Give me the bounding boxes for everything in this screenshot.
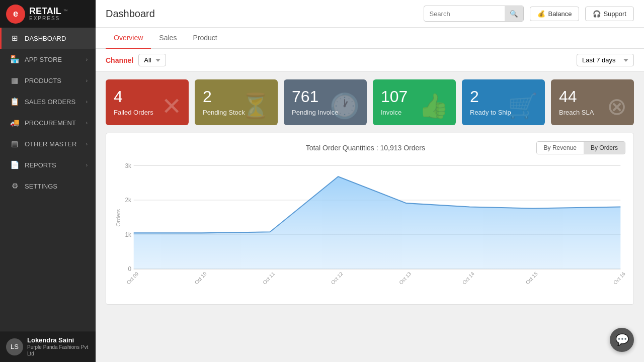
sidebar-item-procurement[interactable]: 🚚 PROCUREMENT › bbox=[0, 112, 96, 133]
user-name: Lokendra Saini bbox=[27, 336, 90, 344]
wallet-icon: 💰 bbox=[537, 10, 545, 18]
chevron-right-icon: › bbox=[86, 78, 88, 83]
topbar: Dashboard 🔍 💰 Balance 🎧 Support bbox=[96, 0, 644, 28]
metric-breach-sla[interactable]: 44 Breach SLA ⊗ bbox=[551, 79, 634, 125]
svg-text:Oct 10: Oct 10 bbox=[194, 270, 208, 286]
date-filter: Last 7 days Last 30 days Last 90 days bbox=[577, 54, 634, 66]
svg-text:Oct 16: Oct 16 bbox=[612, 270, 625, 286]
logo-icon: e bbox=[6, 5, 25, 24]
metric-pending-stock[interactable]: 2 Pending Stock ⏳ bbox=[195, 79, 278, 125]
failed-orders-icon: ✕ bbox=[162, 92, 182, 120]
sidebar-item-reports[interactable]: 📄 REPORTS › bbox=[0, 154, 96, 175]
svg-text:Oct 09: Oct 09 bbox=[126, 270, 140, 286]
metric-invoice[interactable]: 107 Invoice 👍 bbox=[373, 79, 456, 125]
logo-express: EXPRESS bbox=[29, 16, 68, 21]
search-input[interactable] bbox=[424, 10, 505, 18]
chevron-right-icon: › bbox=[86, 99, 88, 105]
sidebar-item-label: SALES ORDERS bbox=[25, 98, 86, 106]
sidebar-item-dashboard[interactable]: ⊞ DASHBOARD bbox=[0, 28, 96, 49]
tab-sales[interactable]: Sales bbox=[151, 28, 185, 49]
svg-text:Oct 13: Oct 13 bbox=[398, 270, 412, 286]
sidebar-item-other-master[interactable]: ▤ OTHER MASTER › bbox=[0, 133, 96, 154]
breach-sla-icon: ⊗ bbox=[607, 92, 627, 120]
tab-overview[interactable]: Overview bbox=[106, 28, 151, 49]
metric-failed-orders[interactable]: 4 Failed Orders ✕ bbox=[106, 79, 189, 125]
search-box: 🔍 bbox=[424, 6, 524, 22]
procurement-icon: 🚚 bbox=[10, 118, 20, 127]
sidebar-item-label: PRODUCTS bbox=[25, 77, 86, 84]
filter-left: Channel All bbox=[106, 54, 166, 66]
channel-label: Channel bbox=[106, 56, 133, 64]
svg-text:Oct 14: Oct 14 bbox=[461, 270, 475, 286]
balance-button[interactable]: 💰 Balance bbox=[530, 7, 579, 21]
chart-section: Total Order Quantities : 10,913 Orders B… bbox=[106, 133, 634, 305]
chevron-right-icon: › bbox=[86, 141, 88, 147]
user-company: Purple Panda Fashions Pvt Ltd bbox=[27, 344, 90, 357]
channel-select[interactable]: All bbox=[138, 54, 166, 66]
user-info: Lokendra Saini Purple Panda Fashions Pvt… bbox=[27, 336, 90, 357]
filter-bar: Channel All Last 7 days Last 30 days Las… bbox=[96, 49, 644, 72]
sales-orders-icon: 📋 bbox=[10, 97, 20, 106]
pending-invoice-icon: 🕐 bbox=[330, 92, 360, 120]
metric-pending-invoice[interactable]: 761 Pending Invoice 🕐 bbox=[284, 79, 367, 125]
dashboard-icon: ⊞ bbox=[10, 34, 20, 43]
settings-icon: ⚙ bbox=[10, 182, 20, 191]
sidebar-item-label: PROCUREMENT bbox=[25, 119, 86, 127]
svg-text:1k: 1k bbox=[125, 231, 132, 238]
by-revenue-button[interactable]: By Revenue bbox=[537, 142, 584, 154]
main-content: Dashboard 🔍 💰 Balance 🎧 Support Overview… bbox=[96, 0, 644, 362]
sidebar-item-app-store[interactable]: 🏪 APP STORE › bbox=[0, 49, 96, 70]
sidebar-item-label: APP STORE bbox=[25, 56, 86, 63]
pending-stock-icon: ⏳ bbox=[240, 92, 271, 120]
by-orders-button[interactable]: By Orders bbox=[584, 142, 625, 154]
chevron-right-icon: › bbox=[86, 162, 88, 168]
sidebar: e RETAIL ™ EXPRESS ⊞ DASHBOARD 🏪 APP STO… bbox=[0, 0, 96, 362]
chat-bubble[interactable]: 💬 bbox=[610, 328, 634, 352]
logo-retail: RETAIL bbox=[29, 7, 61, 16]
sidebar-item-products[interactable]: ▦ PRODUCTS › bbox=[0, 70, 96, 91]
invoice-icon: 👍 bbox=[419, 92, 449, 120]
svg-text:3k: 3k bbox=[125, 162, 132, 169]
chart-area bbox=[134, 176, 621, 269]
metric-ready-to-ship[interactable]: 2 Ready to Ship 🛒 bbox=[462, 79, 545, 125]
headset-icon: 🎧 bbox=[593, 10, 601, 18]
sidebar-item-label: SETTINGS bbox=[25, 183, 88, 190]
svg-text:0: 0 bbox=[128, 265, 131, 273]
sidebar-item-label: REPORTS bbox=[25, 161, 86, 169]
metrics-row: 4 Failed Orders ✕ 2 Pending Stock ⏳ 761 … bbox=[96, 72, 644, 133]
svg-text:Oct 11: Oct 11 bbox=[262, 270, 276, 286]
sidebar-item-sales-orders[interactable]: 📋 SALES ORDERS › bbox=[0, 91, 96, 112]
chevron-right-icon: › bbox=[86, 57, 88, 62]
other-master-icon: ▤ bbox=[10, 139, 20, 148]
logo-tm: ™ bbox=[63, 9, 68, 14]
chart-container: 3k 2k 1k 0 bbox=[114, 160, 625, 296]
svg-text:Oct 15: Oct 15 bbox=[525, 270, 539, 286]
search-button[interactable]: 🔍 bbox=[505, 6, 523, 22]
sidebar-nav: ⊞ DASHBOARD 🏪 APP STORE › ▦ PRODUCTS › 📋… bbox=[0, 28, 96, 331]
date-select[interactable]: Last 7 days Last 30 days Last 90 days bbox=[577, 54, 634, 66]
user-profile: LS Lokendra Saini Purple Panda Fashions … bbox=[0, 331, 96, 362]
chevron-right-icon: › bbox=[86, 120, 88, 126]
sidebar-item-label: DASHBOARD bbox=[25, 35, 88, 42]
area-chart-svg: 3k 2k 1k 0 bbox=[114, 160, 625, 296]
sidebar-item-settings[interactable]: ⚙ SETTINGS bbox=[0, 175, 96, 197]
chart-title: Total Order Quantities : 10,913 Orders bbox=[195, 144, 536, 152]
avatar: LS bbox=[6, 338, 23, 355]
reports-icon: 📄 bbox=[10, 160, 20, 169]
svg-text:Oct 12: Oct 12 bbox=[330, 270, 344, 286]
page-title: Dashboard bbox=[106, 8, 418, 20]
svg-text:Orders: Orders bbox=[115, 209, 121, 226]
chart-toggle: By Revenue By Orders bbox=[536, 141, 625, 154]
content-area: Overview Sales Product Channel All Last … bbox=[96, 28, 644, 362]
tabs-bar: Overview Sales Product bbox=[96, 28, 644, 49]
app-store-icon: 🏪 bbox=[10, 55, 20, 64]
sidebar-item-label: OTHER MASTER bbox=[25, 140, 86, 148]
ready-to-ship-icon: 🛒 bbox=[508, 92, 538, 120]
logo: e RETAIL ™ EXPRESS bbox=[0, 0, 96, 28]
tab-product[interactable]: Product bbox=[185, 28, 225, 49]
chat-icon: 💬 bbox=[615, 333, 629, 346]
svg-text:2k: 2k bbox=[125, 197, 132, 204]
logo-text: RETAIL ™ EXPRESS bbox=[29, 7, 68, 21]
chart-header: Total Order Quantities : 10,913 Orders B… bbox=[114, 141, 625, 154]
support-button[interactable]: 🎧 Support bbox=[585, 7, 634, 21]
